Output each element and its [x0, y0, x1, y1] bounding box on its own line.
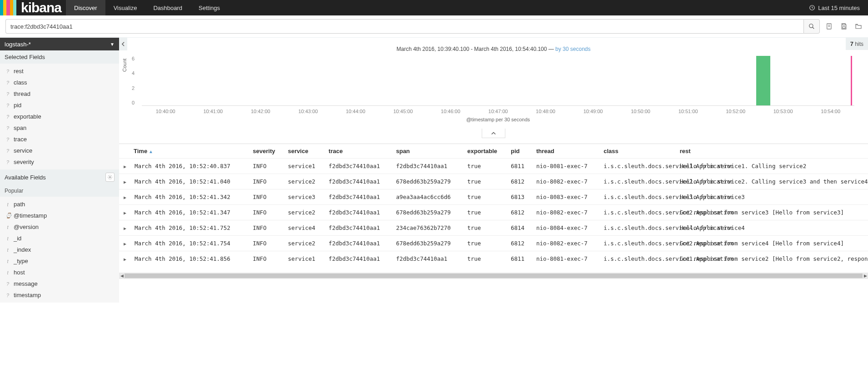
table-row[interactable]: ▶March 4th 2016, 10:52:41.754INFOservice…: [119, 236, 868, 251]
sidebar-collapse-button[interactable]: [119, 38, 127, 50]
cell-span: 678edd63b259a279: [391, 205, 463, 220]
table-row[interactable]: ▶March 4th 2016, 10:52:41.040INFOservice…: [119, 174, 868, 189]
col-trace[interactable]: trace: [324, 144, 391, 159]
cell-thread: nio-8082-exec-7: [532, 236, 599, 251]
col-class[interactable]: class: [599, 144, 675, 159]
col-span[interactable]: span: [391, 144, 463, 159]
expand-row-icon[interactable]: ▶: [124, 257, 131, 262]
col-time[interactable]: Time▲: [119, 144, 248, 159]
cell-time: ▶March 4th 2016, 10:52:41.342: [119, 189, 248, 205]
available-field-_type[interactable]: t_type: [0, 255, 119, 267]
col-service[interactable]: service: [284, 144, 324, 159]
logo-stripes: [0, 0, 16, 15]
cell-pid: 6812: [506, 205, 532, 220]
interval-link[interactable]: by 30 seconds: [555, 46, 590, 52]
y-tick: 2: [132, 85, 135, 91]
available-field-timestamp[interactable]: ?timestamp: [0, 289, 119, 301]
available-field-@timestamp[interactable]: ⌚@timestamp: [0, 210, 119, 221]
cell-exportable: true: [463, 251, 506, 267]
cell-class: i.s.c.sleuth.docs.service1.Application: [599, 251, 675, 267]
scroll-thumb[interactable]: [125, 274, 863, 278]
open-search-icon[interactable]: [854, 22, 863, 30]
selected-field-thread[interactable]: ?thread: [0, 88, 119, 99]
cell-span: 678edd63b259a279: [391, 174, 463, 189]
x-tick: 10:42:00: [237, 109, 284, 114]
selected-field-span[interactable]: ?span: [0, 122, 119, 134]
available-field-host[interactable]: thost: [0, 267, 119, 278]
selected-field-trace[interactable]: ?trace: [0, 134, 119, 145]
table-row[interactable]: ▶March 4th 2016, 10:52:41.342INFOservice…: [119, 189, 868, 205]
scroll-right-icon[interactable]: ▶: [863, 273, 868, 279]
cell-service: service3: [284, 189, 324, 205]
table-row[interactable]: ▶March 4th 2016, 10:52:40.837INFOservice…: [119, 159, 868, 174]
field-name: timestamp: [14, 292, 41, 298]
field-type-icon: ?: [5, 103, 10, 108]
selected-field-rest[interactable]: ?rest: [0, 65, 119, 77]
available-field-path[interactable]: tpath: [0, 199, 119, 210]
field-name: severity: [14, 159, 34, 165]
results-table-wrap: Time▲severityservicetracespanexportablep…: [119, 144, 868, 266]
selected-field-severity[interactable]: ?severity: [0, 156, 119, 168]
tab-settings[interactable]: Settings: [190, 0, 228, 15]
expand-row-icon[interactable]: ▶: [124, 241, 131, 246]
tab-dashboard[interactable]: Dashboard: [145, 0, 190, 15]
field-type-icon: ?: [5, 137, 10, 142]
cell-thread: nio-8081-exec-7: [532, 159, 599, 174]
index-pattern-picker[interactable]: logstash-* ▼: [0, 38, 119, 50]
query-input[interactable]: [5, 19, 803, 34]
results-table: Time▲severityservicetracespanexportablep…: [119, 144, 868, 266]
timepicker[interactable]: Last 15 minutes: [809, 0, 868, 15]
tab-visualize[interactable]: Visualize: [105, 0, 145, 15]
expand-row-icon[interactable]: ▶: [124, 195, 131, 200]
col-severity[interactable]: severity: [248, 144, 283, 159]
selected-field-class[interactable]: ?class: [0, 77, 119, 88]
svg-point-1: [809, 24, 813, 28]
expand-row-icon[interactable]: ▶: [124, 179, 131, 184]
scroll-left-icon[interactable]: ◀: [119, 273, 125, 279]
col-pid[interactable]: pid: [506, 144, 532, 159]
cell-span: f2dbd3c74410aa1: [391, 159, 463, 174]
selected-field-exportable[interactable]: ?exportable: [0, 111, 119, 122]
new-search-icon[interactable]: [825, 22, 833, 30]
bar-area[interactable]: [142, 56, 854, 105]
table-row[interactable]: ▶March 4th 2016, 10:52:41.856INFOservice…: [119, 251, 868, 267]
cell-service: service2: [284, 205, 324, 220]
col-thread[interactable]: thread: [532, 144, 599, 159]
col-exportable[interactable]: exportable: [463, 144, 506, 159]
selected-field-pid[interactable]: ?pid: [0, 99, 119, 111]
x-axis-title: @timestamp per 30 seconds: [142, 117, 854, 122]
svg-point-5: [110, 177, 111, 178]
field-name: exportable: [14, 113, 41, 120]
field-type-icon: ?: [5, 114, 10, 119]
field-name: pid: [14, 102, 21, 109]
cell-exportable: true: [463, 236, 506, 251]
histogram-bar[interactable]: [756, 56, 770, 105]
cell-trace: f2dbd3c74410aa1: [324, 159, 391, 174]
selected-field-service[interactable]: ?service: [0, 145, 119, 156]
field-name: _index: [14, 246, 31, 253]
field-name: service: [14, 147, 32, 154]
tab-discover[interactable]: Discover: [66, 0, 105, 15]
collapse-histogram-button[interactable]: [482, 129, 505, 138]
cell-rest: Hello from service2. Calling service3 an…: [675, 174, 868, 189]
table-row[interactable]: ▶March 4th 2016, 10:52:41.752INFOservice…: [119, 220, 868, 236]
cell-time: ▶March 4th 2016, 10:52:41.754: [119, 236, 248, 251]
histogram-bar[interactable]: [851, 56, 852, 105]
available-field-_id[interactable]: t_id: [0, 233, 119, 244]
expand-row-icon[interactable]: ▶: [124, 226, 131, 231]
horizontal-scrollbar[interactable]: ◀ ▶: [119, 273, 868, 279]
available-field-@version[interactable]: t@version: [0, 221, 119, 233]
cell-trace: f2dbd3c74410aa1: [324, 205, 391, 220]
available-field-message[interactable]: ?message: [0, 278, 119, 289]
available-field-_index[interactable]: t_index: [0, 244, 119, 255]
expand-row-icon[interactable]: ▶: [124, 164, 131, 169]
cell-severity: INFO: [248, 174, 283, 189]
col-rest[interactable]: rest: [675, 144, 868, 159]
table-row[interactable]: ▶March 4th 2016, 10:52:41.347INFOservice…: [119, 205, 868, 220]
search-button[interactable]: [803, 19, 820, 34]
cell-time: ▶March 4th 2016, 10:52:41.856: [119, 251, 248, 267]
expand-row-icon[interactable]: ▶: [124, 210, 131, 215]
save-search-icon[interactable]: [840, 22, 848, 30]
fields-settings-button[interactable]: [105, 173, 115, 182]
time-range-summary: March 4th 2016, 10:39:40.100 - March 4th…: [119, 38, 868, 56]
